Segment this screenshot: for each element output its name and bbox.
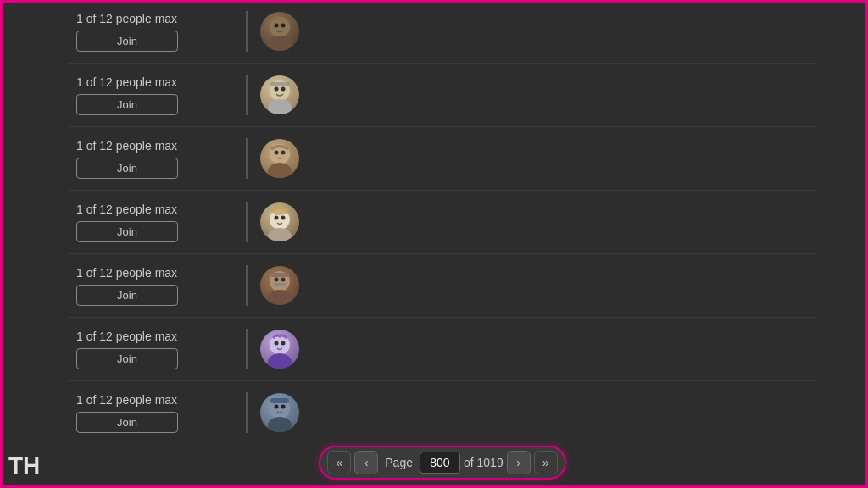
- svg-point-12: [281, 151, 286, 155]
- avatars-6: [256, 330, 299, 369]
- people-count-5: 1 of 12 people max: [76, 266, 237, 280]
- avatar-1: [260, 12, 299, 51]
- svg-rect-22: [274, 283, 286, 286]
- svg-point-20: [275, 278, 279, 282]
- svg-point-14: [268, 228, 292, 241]
- divider-1: [246, 11, 248, 52]
- svg-point-7: [281, 87, 286, 92]
- join-button-4[interactable]: Join: [76, 221, 178, 242]
- server-row-left-2: 1 of 12 people max Join: [68, 75, 237, 115]
- svg-point-10: [268, 163, 292, 178]
- divider-6: [246, 329, 248, 369]
- people-count-2: 1 of 12 people max: [76, 75, 237, 89]
- svg-rect-8: [270, 82, 290, 86]
- svg-point-21: [281, 278, 286, 282]
- svg-rect-23: [270, 273, 289, 277]
- pagination-bar: « ‹ Page of 1019 › »: [68, 435, 817, 488]
- svg-rect-32: [270, 398, 289, 403]
- watermark: TH: [8, 452, 40, 480]
- svg-point-3: [281, 24, 286, 28]
- prev-skip-button[interactable]: «: [327, 451, 351, 474]
- main-container: 1 of 12 people max Join 1 of 12 people m…: [0, 0, 868, 488]
- join-button-6[interactable]: Join: [76, 348, 178, 369]
- page-label: Page: [381, 456, 416, 469]
- people-count-1: 1 of 12 people max: [76, 12, 237, 25]
- divider-5: [246, 265, 248, 306]
- join-button-2[interactable]: Join: [76, 94, 178, 115]
- next-button[interactable]: ›: [507, 451, 531, 474]
- divider-7: [246, 392, 248, 433]
- svg-point-26: [275, 341, 279, 346]
- divider-2: [246, 75, 248, 115]
- server-row-left-7: 1 of 12 people max Join: [68, 393, 237, 433]
- avatars-2: [256, 75, 299, 114]
- prev-button[interactable]: ‹: [354, 451, 378, 474]
- server-row: 1 of 12 people max Join: [68, 64, 817, 127]
- svg-point-19: [268, 290, 292, 305]
- svg-point-31: [281, 405, 286, 409]
- avatar-6: [260, 330, 299, 369]
- svg-point-15: [275, 216, 279, 220]
- people-count-4: 1 of 12 people max: [76, 202, 237, 216]
- server-row: 1 of 12 people max Join: [68, 318, 817, 381]
- server-list: 1 of 12 people max Join 1 of 12 people m…: [68, 0, 817, 435]
- server-row: 1 of 12 people max Join: [68, 191, 817, 254]
- svg-point-27: [281, 341, 286, 346]
- avatar-5: [260, 266, 299, 305]
- server-row-left-6: 1 of 12 people max Join: [68, 330, 237, 369]
- svg-point-11: [275, 151, 279, 155]
- server-row-left-1: 1 of 12 people max Join: [68, 12, 237, 52]
- avatar-3: [260, 139, 299, 178]
- avatar-2: [260, 75, 299, 114]
- svg-point-2: [275, 24, 279, 28]
- svg-point-16: [281, 216, 286, 220]
- svg-point-29: [268, 417, 292, 432]
- of-total-pages: of 1019: [464, 456, 504, 469]
- pagination-outer: « ‹ Page of 1019 › »: [319, 446, 565, 480]
- server-row: 1 of 12 people max Join: [68, 127, 817, 191]
- svg-point-5: [268, 99, 292, 114]
- join-button-7[interactable]: Join: [76, 412, 178, 433]
- svg-point-0: [270, 17, 290, 37]
- avatars-7: [256, 393, 299, 432]
- divider-4: [246, 202, 248, 242]
- server-row: 1 of 12 people max Join: [68, 254, 817, 318]
- page-input[interactable]: [420, 452, 460, 474]
- avatars-1: [256, 12, 299, 51]
- divider-3: [246, 138, 248, 179]
- people-count-6: 1 of 12 people max: [76, 330, 237, 343]
- svg-point-6: [275, 87, 279, 92]
- server-row-left-3: 1 of 12 people max Join: [68, 139, 237, 179]
- join-button-5[interactable]: Join: [76, 285, 178, 306]
- server-row: 1 of 12 people max Join: [68, 381, 817, 435]
- svg-point-17: [271, 205, 288, 215]
- avatar-4: [260, 202, 299, 241]
- svg-point-25: [268, 353, 292, 369]
- avatars-3: [256, 139, 299, 178]
- avatars-5: [256, 266, 299, 305]
- next-skip-button[interactable]: »: [534, 451, 558, 474]
- join-button-3[interactable]: Join: [76, 158, 178, 179]
- server-row: 1 of 12 people max Join: [68, 0, 817, 64]
- svg-point-1: [268, 36, 292, 51]
- server-row-left-4: 1 of 12 people max Join: [68, 202, 237, 242]
- avatars-4: [256, 202, 299, 241]
- people-count-7: 1 of 12 people max: [76, 393, 237, 407]
- join-button-1[interactable]: Join: [76, 30, 178, 52]
- people-count-3: 1 of 12 people max: [76, 139, 237, 152]
- server-row-left-5: 1 of 12 people max Join: [68, 266, 237, 306]
- svg-point-30: [275, 405, 279, 409]
- avatar-7: [260, 393, 299, 432]
